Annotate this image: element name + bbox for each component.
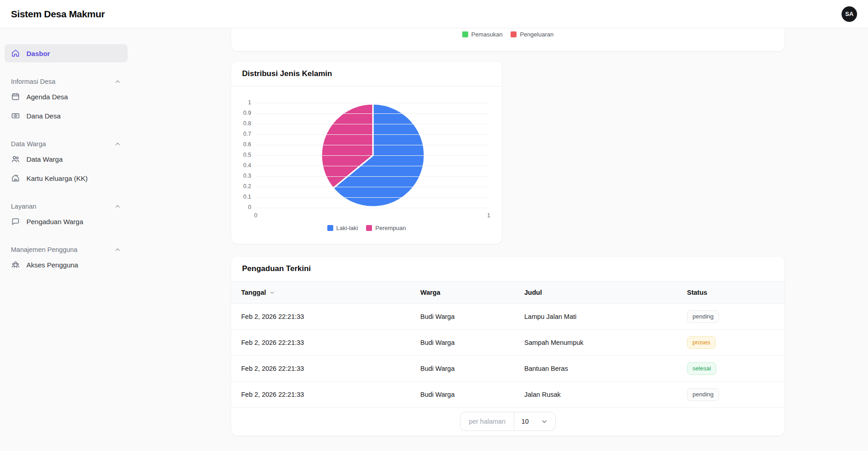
sidebar-item-dasbor[interactable]: Dasbor xyxy=(5,44,128,62)
cell-warga: Budi Warga xyxy=(410,313,514,320)
sidebar-item-label: Agenda Desa xyxy=(26,93,68,101)
table-row[interactable]: Feb 2, 2026 22:21:33Budi WargaJalan Rusa… xyxy=(231,382,785,408)
finance-chart-card: PemasukanPengeluaran xyxy=(231,28,785,51)
avatar-initials: SA xyxy=(845,10,853,17)
gridline xyxy=(256,134,489,135)
gridline xyxy=(256,145,489,145)
cell-warga: Budi Warga xyxy=(410,365,514,372)
user-avatar[interactable]: SA xyxy=(842,6,857,22)
y-axis-tick: 0.1 xyxy=(233,194,251,200)
cell-status: pending xyxy=(677,388,785,401)
section-label: Manajemen Pengguna xyxy=(11,246,78,253)
calendar-icon xyxy=(11,92,20,101)
column-header-warga[interactable]: Warga xyxy=(410,289,514,296)
card-title: Distribusi Jenis Kelamin xyxy=(242,69,491,78)
legend-label: Pengeluaran xyxy=(520,31,553,38)
section-label: Informasi Desa xyxy=(11,78,56,85)
cell-tanggal: Feb 2, 2026 22:21:33 xyxy=(231,313,410,320)
y-axis-tick: 0 xyxy=(233,204,251,210)
legend-swatch xyxy=(462,31,468,37)
legend-item[interactable]: Laki-laki xyxy=(327,225,358,231)
home-icon xyxy=(11,49,20,58)
chevron-up-icon xyxy=(114,203,121,210)
main-content: PemasukanPengeluaran Distribusi Jenis Ke… xyxy=(231,28,785,436)
sidebar-item-kartu-keluarga[interactable]: Kartu Keluarga (KK) xyxy=(5,169,128,187)
house-icon xyxy=(11,174,20,183)
cell-tanggal: Feb 2, 2026 22:21:33 xyxy=(231,365,410,372)
chevron-up-icon xyxy=(114,140,121,148)
y-axis-tick: 0.7 xyxy=(233,131,251,137)
pie-chart-legend: Laki-lakiPerempuan xyxy=(231,225,502,231)
legend-item[interactable]: Perempuan xyxy=(366,225,406,231)
status-badge: pending xyxy=(687,310,719,323)
top-header: Sistem Desa Makmur SA xyxy=(0,0,868,28)
cell-status: pending xyxy=(677,310,785,323)
finance-chart-legend: PemasukanPengeluaran xyxy=(231,31,785,38)
sidebar-section-informasi-desa[interactable]: Informasi Desa xyxy=(0,77,132,87)
sidebar-item-label: Dasbor xyxy=(26,50,50,57)
chevron-up-icon xyxy=(114,246,121,253)
sidebar-item-pengaduan-warga[interactable]: Pengaduan Warga xyxy=(5,212,128,231)
status-badge: pending xyxy=(687,388,719,401)
complaints-card: Pengaduan Terkini Tanggal Warga Judul St… xyxy=(231,256,785,436)
cell-judul: Jalan Rusak xyxy=(514,391,677,398)
gridline xyxy=(256,103,489,103)
sidebar-item-dana-desa[interactable]: Dana Desa xyxy=(5,107,128,125)
x-axis-tick: 0 xyxy=(249,212,263,219)
chevron-up-icon xyxy=(114,78,121,85)
sidebar-section-layanan[interactable]: Layanan xyxy=(0,201,132,211)
gender-pie-chart: Laki-lakiPerempuan 10.90.80.70.60.50.40.… xyxy=(231,87,502,244)
sidebar-item-label: Data Warga xyxy=(26,155,62,163)
legend-item[interactable]: Pengeluaran xyxy=(511,31,553,38)
table-row[interactable]: Feb 2, 2026 22:21:33Budi WargaSampah Men… xyxy=(231,330,785,356)
table-header-row: Tanggal Warga Judul Status xyxy=(231,282,785,304)
gridline xyxy=(256,166,489,166)
y-axis-tick: 1 xyxy=(233,99,251,106)
y-axis-tick: 0.4 xyxy=(233,162,251,169)
y-axis-tick: 0.3 xyxy=(233,173,251,179)
table-row[interactable]: Feb 2, 2026 22:21:33Budi WargaBantuan Be… xyxy=(231,356,785,382)
legend-swatch xyxy=(327,225,333,231)
sort-chevron-down-icon[interactable] xyxy=(269,289,275,296)
y-axis-tick: 0.9 xyxy=(233,110,251,116)
app-title: Sistem Desa Makmur xyxy=(11,9,105,20)
gridline xyxy=(256,155,489,156)
status-badge: selesai xyxy=(687,362,716,375)
legend-swatch xyxy=(366,225,372,231)
cell-tanggal: Feb 2, 2026 22:21:33 xyxy=(231,391,410,398)
column-header-tanggal[interactable]: Tanggal xyxy=(231,289,410,296)
sidebar-item-label: Dana Desa xyxy=(26,112,61,120)
cell-judul: Bantuan Beras xyxy=(514,365,677,372)
sidebar-item-akses-pengguna[interactable]: Akses Pengguna xyxy=(5,256,128,274)
table-row[interactable]: Feb 2, 2026 22:21:33Budi WargaLampu Jala… xyxy=(231,304,785,330)
section-label: Layanan xyxy=(11,203,36,210)
sidebar-section-manajemen-pengguna[interactable]: Manajemen Pengguna xyxy=(0,245,132,255)
sidebar-item-agenda-desa[interactable]: Agenda Desa xyxy=(5,87,128,106)
cell-status: selesai xyxy=(677,362,785,375)
sidebar-section-data-warga[interactable]: Data Warga xyxy=(0,139,132,149)
status-badge: proses xyxy=(687,336,716,349)
card-title: Pengaduan Terkini xyxy=(242,264,774,273)
cell-tanggal: Feb 2, 2026 22:21:33 xyxy=(231,339,410,346)
cell-warga: Budi Warga xyxy=(410,339,514,346)
per-page-label: per halaman xyxy=(460,412,514,430)
cell-warga: Budi Warga xyxy=(410,391,514,398)
sidebar-item-data-warga[interactable]: Data Warga xyxy=(5,150,128,168)
per-page-value: 10 xyxy=(522,418,529,425)
cell-judul: Lampu Jalan Mati xyxy=(514,313,677,320)
y-axis-tick: 0.8 xyxy=(233,120,251,127)
x-axis-tick: 1 xyxy=(482,212,496,219)
legend-label: Pemasukan xyxy=(471,31,503,38)
y-axis-tick: 0.2 xyxy=(233,183,251,190)
column-header-judul[interactable]: Judul xyxy=(514,289,677,296)
legend-item[interactable]: Pemasukan xyxy=(462,31,503,38)
table-body: Feb 2, 2026 22:21:33Budi WargaLampu Jala… xyxy=(231,304,785,408)
sidebar-item-label: Kartu Keluarga (KK) xyxy=(26,174,88,182)
cell-status: proses xyxy=(677,336,785,349)
user-group-icon xyxy=(11,260,20,269)
column-header-status[interactable]: Status xyxy=(677,289,785,296)
per-page-select[interactable]: per halaman 10 xyxy=(460,412,556,431)
table-footer: per halaman 10 xyxy=(231,408,785,435)
y-axis-tick: 0.5 xyxy=(233,152,251,158)
banknote-icon xyxy=(11,111,20,120)
